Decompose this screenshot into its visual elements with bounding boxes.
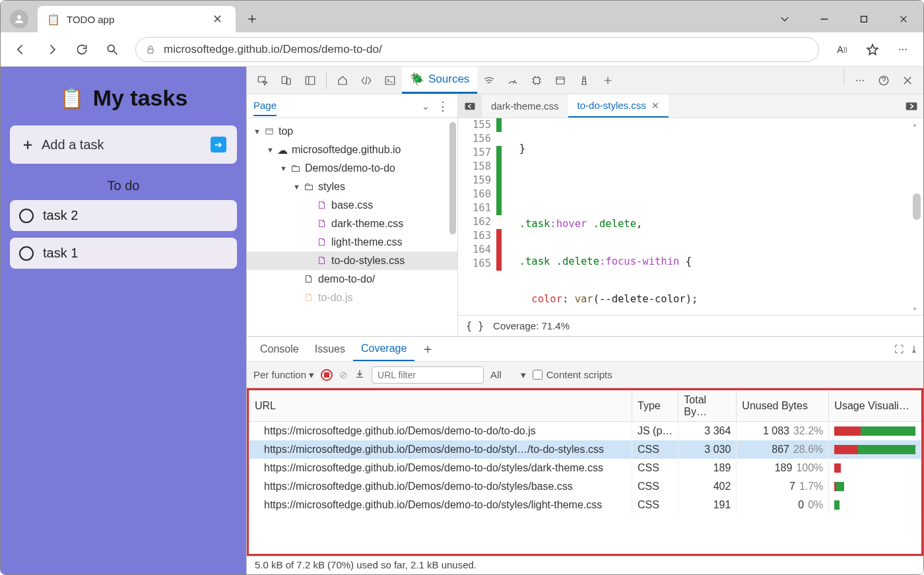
tree-folder[interactable]: ▼🗀Demos/demo-to-do [247,159,457,178]
svg-rect-24 [465,102,475,110]
col-viz[interactable]: Usage Visuali… [829,391,921,422]
panel-toggle-icon[interactable] [298,69,322,92]
coverage-toolbar: Per function ▾ ⊘ All ▾ Content scripts [247,362,923,388]
editor-nav-icon[interactable] [458,94,482,118]
coverage-summary: 5.0 kB of 7.2 kB (70%) used so far, 2.1 … [247,556,923,574]
task-checkbox-icon[interactable] [19,209,34,223]
editor-footer: { } Coverage: 71.4% [458,315,923,336]
add-task-input[interactable]: ＋ Add a task ➔ [10,125,237,164]
submit-arrow-icon[interactable]: ➔ [211,137,226,152]
close-icon[interactable]: ✕ [651,100,659,111]
svg-point-5 [108,45,114,51]
task-checkbox-icon[interactable] [19,246,34,261]
performance-icon[interactable] [501,69,525,92]
inspect-icon[interactable] [251,69,275,92]
read-aloud-button[interactable]: A)) [828,36,856,63]
export-button[interactable] [354,368,365,381]
dock-icon[interactable] [900,101,923,112]
maximize-button[interactable] [844,6,884,32]
code-view[interactable]: 155156157158159160161162163164165 } .tas… [458,118,923,315]
page-tab[interactable]: Page [253,100,277,116]
drawer-tab-console[interactable]: Console [252,338,307,360]
chevron-down-icon[interactable]: ⌄ [422,101,430,112]
device-toggle-icon[interactable] [275,69,298,92]
console-icon[interactable] [378,69,402,92]
url-filter-input[interactable] [372,366,484,384]
new-tab-button[interactable]: ＋ [236,9,269,32]
tree-file[interactable]: 🗋base.css [247,196,457,215]
record-button[interactable] [321,369,333,381]
type-filter-dropdown[interactable]: All ▾ [490,369,526,381]
favorite-button[interactable] [859,36,886,63]
scrollbar[interactable]: ▴▾ [913,121,921,312]
help-icon[interactable] [872,69,896,92]
clear-button[interactable]: ⊘ [339,369,348,381]
task-item[interactable]: task 1 [10,238,237,269]
coverage-bar [496,118,502,315]
coverage-row[interactable]: https://microsoftedge.github.io/Demos/de… [249,477,921,496]
tab-close-icon[interactable]: ✕ [209,11,226,28]
forward-button[interactable] [38,36,65,63]
col-url[interactable]: URL [249,391,632,422]
drawer-tab-issues[interactable]: Issues [307,338,353,360]
editor-tab[interactable]: dark-theme.css [482,94,568,118]
network-icon[interactable] [477,69,501,92]
tree-file-selected[interactable]: 🗋to-do-styles.css [247,252,457,270]
coverage-row[interactable]: https://microsoftedge.github.io/Demos/de… [249,422,921,441]
chevron-down-icon[interactable] [765,6,805,32]
app-pane: 📋 My tasks ＋ Add a task ➔ To do task 2 t… [1,67,246,574]
tree-file[interactable]: 🗋light-theme.css [247,233,457,252]
tree-host[interactable]: ▼☁microsoftedge.github.io [247,141,457,159]
col-total[interactable]: Total By… [678,391,737,422]
devtools-close-icon[interactable] [896,69,919,92]
dock-drawer-icon[interactable]: ⤓ [910,344,918,355]
editor-tab-active[interactable]: to-do-styles.css✕ [568,94,669,118]
url-text: microsoftedge.github.io/Demos/demo-to-do… [164,43,382,56]
tree-top[interactable]: ▼top [247,122,457,141]
more-button[interactable]: ⋯ [889,36,917,63]
application-icon[interactable] [548,69,572,92]
col-unused[interactable]: Unused Bytes [737,391,829,422]
lighthouse-icon[interactable] [572,69,596,92]
add-panel-icon[interactable] [596,69,620,92]
bug-icon: 🪲 [410,72,424,86]
tree-file[interactable]: 🗋dark-theme.css [247,215,457,233]
svg-rect-7 [148,49,153,53]
refresh-button[interactable] [68,36,96,63]
address-bar[interactable]: microsoftedge.github.io/Demos/demo-to-do… [135,37,819,62]
search-button[interactable] [98,36,126,63]
per-function-dropdown[interactable]: Per function ▾ [253,369,314,381]
expand-icon[interactable]: ⛶ [894,344,904,355]
coverage-row[interactable]: https://microsoftedge.github.io/Demos/de… [249,459,921,477]
sources-tab[interactable]: 🪲 Sources [402,67,477,94]
tree-file[interactable]: 🗋demo-to-do/ [247,270,457,288]
welcome-icon[interactable] [331,69,354,92]
browser-tab[interactable]: 📋 TODO app ✕ [38,6,236,32]
back-button[interactable] [7,36,35,63]
coverage-row[interactable]: https://microsoftedge.github.io/Demos/de… [249,440,921,459]
content-scripts-checkbox[interactable]: Content scripts [533,369,612,380]
task-item[interactable]: task 2 [10,200,237,231]
drawer-tab-coverage[interactable]: Coverage [353,337,414,361]
tree-file[interactable]: 🗋to-do.js [247,288,457,307]
format-icon[interactable]: { } [466,320,484,332]
drawer-add-tab[interactable]: ＋ [414,340,441,358]
add-task-placeholder: Add a task [42,137,104,152]
sidebar-more-icon[interactable]: ⋮ [435,99,451,114]
svg-rect-2 [861,17,867,22]
file-tree: ▼top ▼☁microsoftedge.github.io ▼🗀Demos/d… [247,118,457,336]
col-type[interactable]: Type [632,391,678,422]
line-gutter: 155156157158159160161162163164165 [458,118,496,315]
minimize-button[interactable] [805,6,844,32]
svg-rect-13 [385,77,395,85]
scrollbar[interactable] [449,122,456,234]
coverage-row[interactable]: https://microsoftedge.github.io/Demos/de… [249,496,921,514]
close-button[interactable] [884,6,923,32]
svg-rect-11 [306,77,315,85]
elements-icon[interactable] [354,69,378,92]
devtools-more-icon[interactable]: ⋯ [848,69,872,92]
memory-icon[interactable] [525,69,548,92]
tree-styles[interactable]: ▼🗀styles [247,178,457,196]
profile-avatar[interactable] [10,10,28,28]
svg-rect-22 [266,129,273,134]
